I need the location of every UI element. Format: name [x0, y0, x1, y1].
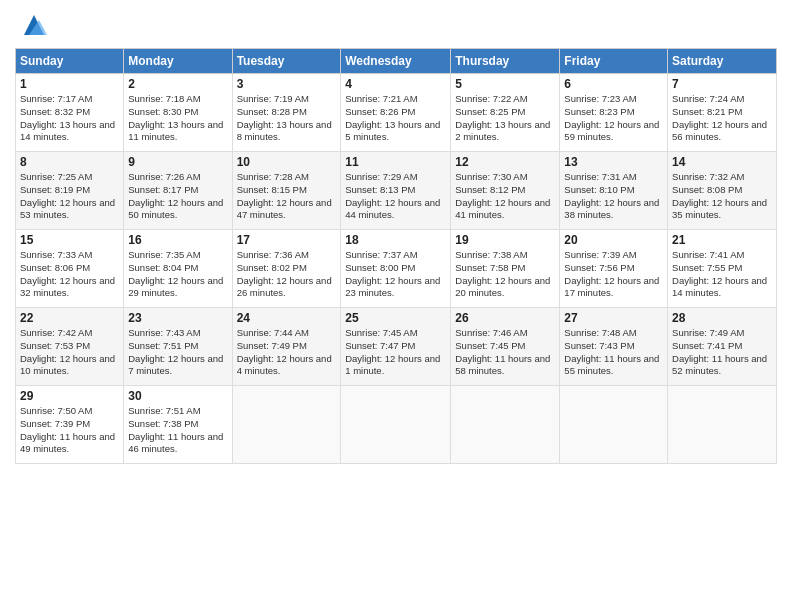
calendar-cell: 6Sunrise: 7:23 AMSunset: 8:23 PMDaylight…	[560, 74, 668, 152]
day-info: Sunrise: 7:31 AMSunset: 8:10 PMDaylight:…	[564, 171, 663, 222]
day-info: Sunrise: 7:37 AMSunset: 8:00 PMDaylight:…	[345, 249, 446, 300]
day-info: Sunrise: 7:24 AMSunset: 8:21 PMDaylight:…	[672, 93, 772, 144]
calendar-cell: 5Sunrise: 7:22 AMSunset: 8:25 PMDaylight…	[451, 74, 560, 152]
col-saturday: Saturday	[668, 49, 777, 74]
day-number: 16	[128, 233, 227, 247]
calendar-cell: 18Sunrise: 7:37 AMSunset: 8:00 PMDayligh…	[341, 230, 451, 308]
calendar-cell: 8Sunrise: 7:25 AMSunset: 8:19 PMDaylight…	[16, 152, 124, 230]
day-number: 1	[20, 77, 119, 91]
calendar-cell	[668, 386, 777, 464]
day-number: 25	[345, 311, 446, 325]
day-number: 26	[455, 311, 555, 325]
calendar-cell: 20Sunrise: 7:39 AMSunset: 7:56 PMDayligh…	[560, 230, 668, 308]
calendar-cell: 16Sunrise: 7:35 AMSunset: 8:04 PMDayligh…	[124, 230, 232, 308]
col-sunday: Sunday	[16, 49, 124, 74]
col-thursday: Thursday	[451, 49, 560, 74]
calendar-cell: 4Sunrise: 7:21 AMSunset: 8:26 PMDaylight…	[341, 74, 451, 152]
day-number: 9	[128, 155, 227, 169]
calendar-cell: 17Sunrise: 7:36 AMSunset: 8:02 PMDayligh…	[232, 230, 341, 308]
calendar-cell	[451, 386, 560, 464]
col-monday: Monday	[124, 49, 232, 74]
calendar-cell: 21Sunrise: 7:41 AMSunset: 7:55 PMDayligh…	[668, 230, 777, 308]
week-row-2: 15Sunrise: 7:33 AMSunset: 8:06 PMDayligh…	[16, 230, 777, 308]
day-number: 29	[20, 389, 119, 403]
calendar-cell: 3Sunrise: 7:19 AMSunset: 8:28 PMDaylight…	[232, 74, 341, 152]
day-number: 28	[672, 311, 772, 325]
col-friday: Friday	[560, 49, 668, 74]
day-number: 14	[672, 155, 772, 169]
day-number: 13	[564, 155, 663, 169]
day-info: Sunrise: 7:32 AMSunset: 8:08 PMDaylight:…	[672, 171, 772, 222]
week-row-0: 1Sunrise: 7:17 AMSunset: 8:32 PMDaylight…	[16, 74, 777, 152]
day-info: Sunrise: 7:26 AMSunset: 8:17 PMDaylight:…	[128, 171, 227, 222]
calendar-cell: 24Sunrise: 7:44 AMSunset: 7:49 PMDayligh…	[232, 308, 341, 386]
calendar-cell: 1Sunrise: 7:17 AMSunset: 8:32 PMDaylight…	[16, 74, 124, 152]
calendar-cell: 11Sunrise: 7:29 AMSunset: 8:13 PMDayligh…	[341, 152, 451, 230]
day-info: Sunrise: 7:43 AMSunset: 7:51 PMDaylight:…	[128, 327, 227, 378]
day-number: 24	[237, 311, 337, 325]
page: Sunday Monday Tuesday Wednesday Thursday…	[0, 0, 792, 474]
calendar-cell: 30Sunrise: 7:51 AMSunset: 7:38 PMDayligh…	[124, 386, 232, 464]
day-info: Sunrise: 7:35 AMSunset: 8:04 PMDaylight:…	[128, 249, 227, 300]
day-number: 27	[564, 311, 663, 325]
calendar-cell	[341, 386, 451, 464]
day-info: Sunrise: 7:30 AMSunset: 8:12 PMDaylight:…	[455, 171, 555, 222]
day-info: Sunrise: 7:39 AMSunset: 7:56 PMDaylight:…	[564, 249, 663, 300]
day-number: 5	[455, 77, 555, 91]
day-info: Sunrise: 7:19 AMSunset: 8:28 PMDaylight:…	[237, 93, 337, 144]
calendar-cell: 15Sunrise: 7:33 AMSunset: 8:06 PMDayligh…	[16, 230, 124, 308]
day-number: 10	[237, 155, 337, 169]
calendar-cell: 26Sunrise: 7:46 AMSunset: 7:45 PMDayligh…	[451, 308, 560, 386]
calendar-cell: 13Sunrise: 7:31 AMSunset: 8:10 PMDayligh…	[560, 152, 668, 230]
calendar-cell: 7Sunrise: 7:24 AMSunset: 8:21 PMDaylight…	[668, 74, 777, 152]
day-number: 4	[345, 77, 446, 91]
week-row-1: 8Sunrise: 7:25 AMSunset: 8:19 PMDaylight…	[16, 152, 777, 230]
calendar-cell: 14Sunrise: 7:32 AMSunset: 8:08 PMDayligh…	[668, 152, 777, 230]
day-number: 2	[128, 77, 227, 91]
day-info: Sunrise: 7:36 AMSunset: 8:02 PMDaylight:…	[237, 249, 337, 300]
day-info: Sunrise: 7:22 AMSunset: 8:25 PMDaylight:…	[455, 93, 555, 144]
day-info: Sunrise: 7:45 AMSunset: 7:47 PMDaylight:…	[345, 327, 446, 378]
calendar-cell: 2Sunrise: 7:18 AMSunset: 8:30 PMDaylight…	[124, 74, 232, 152]
calendar-cell: 22Sunrise: 7:42 AMSunset: 7:53 PMDayligh…	[16, 308, 124, 386]
week-row-3: 22Sunrise: 7:42 AMSunset: 7:53 PMDayligh…	[16, 308, 777, 386]
day-info: Sunrise: 7:21 AMSunset: 8:26 PMDaylight:…	[345, 93, 446, 144]
day-info: Sunrise: 7:51 AMSunset: 7:38 PMDaylight:…	[128, 405, 227, 456]
week-row-4: 29Sunrise: 7:50 AMSunset: 7:39 PMDayligh…	[16, 386, 777, 464]
day-number: 6	[564, 77, 663, 91]
calendar-cell: 12Sunrise: 7:30 AMSunset: 8:12 PMDayligh…	[451, 152, 560, 230]
calendar-cell	[232, 386, 341, 464]
day-info: Sunrise: 7:18 AMSunset: 8:30 PMDaylight:…	[128, 93, 227, 144]
day-info: Sunrise: 7:44 AMSunset: 7:49 PMDaylight:…	[237, 327, 337, 378]
day-number: 23	[128, 311, 227, 325]
day-number: 19	[455, 233, 555, 247]
col-wednesday: Wednesday	[341, 49, 451, 74]
day-info: Sunrise: 7:29 AMSunset: 8:13 PMDaylight:…	[345, 171, 446, 222]
day-info: Sunrise: 7:17 AMSunset: 8:32 PMDaylight:…	[20, 93, 119, 144]
day-info: Sunrise: 7:46 AMSunset: 7:45 PMDaylight:…	[455, 327, 555, 378]
col-tuesday: Tuesday	[232, 49, 341, 74]
day-info: Sunrise: 7:42 AMSunset: 7:53 PMDaylight:…	[20, 327, 119, 378]
day-info: Sunrise: 7:48 AMSunset: 7:43 PMDaylight:…	[564, 327, 663, 378]
calendar-cell: 27Sunrise: 7:48 AMSunset: 7:43 PMDayligh…	[560, 308, 668, 386]
calendar-cell: 9Sunrise: 7:26 AMSunset: 8:17 PMDaylight…	[124, 152, 232, 230]
logo-icon	[19, 10, 49, 40]
day-info: Sunrise: 7:25 AMSunset: 8:19 PMDaylight:…	[20, 171, 119, 222]
day-info: Sunrise: 7:49 AMSunset: 7:41 PMDaylight:…	[672, 327, 772, 378]
logo	[15, 10, 49, 40]
calendar-cell	[560, 386, 668, 464]
day-info: Sunrise: 7:38 AMSunset: 7:58 PMDaylight:…	[455, 249, 555, 300]
day-info: Sunrise: 7:50 AMSunset: 7:39 PMDaylight:…	[20, 405, 119, 456]
day-number: 11	[345, 155, 446, 169]
header	[15, 10, 777, 40]
day-number: 8	[20, 155, 119, 169]
day-number: 12	[455, 155, 555, 169]
day-number: 22	[20, 311, 119, 325]
day-info: Sunrise: 7:41 AMSunset: 7:55 PMDaylight:…	[672, 249, 772, 300]
day-number: 15	[20, 233, 119, 247]
day-number: 3	[237, 77, 337, 91]
calendar-table: Sunday Monday Tuesday Wednesday Thursday…	[15, 48, 777, 464]
day-info: Sunrise: 7:23 AMSunset: 8:23 PMDaylight:…	[564, 93, 663, 144]
day-number: 20	[564, 233, 663, 247]
day-number: 21	[672, 233, 772, 247]
